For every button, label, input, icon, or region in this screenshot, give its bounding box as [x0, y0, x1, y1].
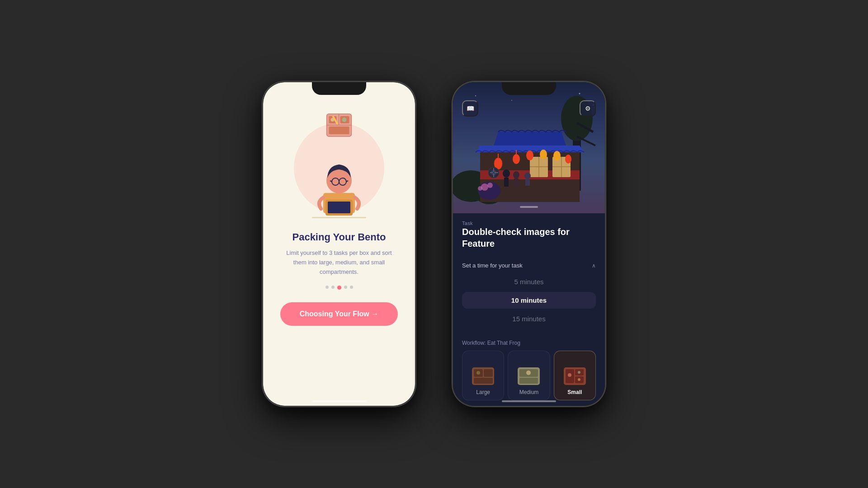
chevron-up-icon: ∧ [592, 263, 596, 269]
large-bento-svg [471, 366, 495, 386]
svg-point-44 [526, 150, 533, 160]
svg-point-78 [578, 371, 580, 374]
size-small-label: Small [567, 389, 582, 395]
pagination-dots [326, 286, 353, 290]
onboarding-description: Limit yourself to 3 tasks per box and so… [263, 249, 415, 277]
time-option-5min[interactable]: 5 minutes [462, 273, 596, 290]
svg-point-20 [579, 93, 580, 94]
dot-1[interactable] [326, 286, 329, 289]
svg-point-79 [578, 378, 580, 381]
right-home-indicator [502, 400, 556, 402]
size-options: Large [462, 351, 596, 400]
svg-rect-53 [525, 179, 530, 186]
svg-point-45 [540, 150, 547, 160]
workflow-label: Workflow: Eat That Frog [462, 340, 596, 346]
right-power-button [605, 159, 606, 195]
dot-5[interactable] [350, 286, 353, 289]
power-button [415, 159, 416, 195]
dot-3-active[interactable] [337, 286, 341, 290]
left-phone-screen: Packing Your Bento Limit yourself to 3 t… [263, 82, 415, 406]
svg-point-47 [565, 155, 571, 164]
time-section-title: Set a time for your task [462, 262, 523, 269]
scene-scroll-indicator [520, 206, 538, 208]
svg-point-63 [478, 186, 482, 191]
size-large-card[interactable]: Large [462, 351, 504, 400]
small-bento-icon [562, 366, 587, 386]
task-info: Task Double-check images for Feature [462, 221, 596, 250]
task-timer-screen: 📖 ⚙ Task Double-check images for Feature [453, 82, 605, 406]
time-section: Set a time for your task ∧ 5 minutes 10 … [462, 259, 596, 329]
svg-point-46 [553, 151, 561, 161]
task-label: Task [462, 221, 596, 226]
svg-point-72 [526, 371, 531, 375]
svg-point-50 [513, 171, 519, 178]
book-button[interactable]: 📖 [462, 100, 478, 117]
svg-point-21 [543, 89, 544, 89]
svg-rect-66 [484, 369, 493, 377]
home-indicator [312, 400, 366, 402]
time-option-15min[interactable]: 15 minutes [462, 310, 596, 327]
content-area: Task Double-check images for Feature Set… [453, 213, 605, 406]
cta-button[interactable]: Choosing Your Flow → [280, 302, 398, 326]
task-title: Double-check images for Feature [462, 226, 596, 249]
right-phone-screen: 📖 ⚙ Task Double-check images for Feature [453, 82, 605, 406]
svg-point-61 [481, 183, 488, 191]
size-medium-label: Medium [519, 389, 539, 395]
scene-header: 📖 ⚙ [453, 100, 605, 117]
medium-bento-icon [516, 366, 541, 386]
onboarding-screen: Packing Your Bento Limit yourself to 3 t… [263, 82, 415, 406]
svg-rect-18 [312, 217, 366, 218]
time-picker: 5 minutes 10 minutes 15 minutes [462, 272, 596, 329]
dot-4[interactable] [344, 286, 347, 289]
size-medium-card[interactable]: Medium [508, 351, 550, 400]
svg-point-68 [476, 371, 480, 375]
svg-rect-67 [474, 378, 493, 384]
svg-rect-71 [519, 378, 538, 384]
svg-rect-5 [329, 127, 349, 134]
svg-point-19 [475, 95, 476, 96]
medium-bento-svg [516, 366, 541, 386]
svg-rect-51 [514, 178, 519, 187]
size-large-label: Large [476, 389, 490, 395]
svg-point-52 [524, 173, 531, 179]
person-illustration [312, 150, 366, 227]
onboarding-title: Packing Your Bento [283, 231, 395, 243]
svg-point-48 [503, 169, 510, 178]
svg-rect-49 [504, 178, 509, 187]
svg-point-77 [568, 373, 571, 377]
illustration-area [285, 109, 393, 227]
size-small-card-selected[interactable]: Small [554, 351, 596, 400]
svg-point-62 [487, 183, 493, 188]
settings-button[interactable]: ⚙ [580, 100, 596, 117]
settings-icon: ⚙ [585, 105, 591, 112]
workflow-section: Workflow: Eat That Frog [462, 340, 596, 400]
book-icon: 📖 [467, 105, 474, 112]
scene-illustration: 📖 ⚙ [453, 82, 605, 213]
small-bento-svg [562, 366, 587, 386]
time-option-10min-selected[interactable]: 10 minutes [462, 292, 596, 309]
large-bento-icon [471, 366, 495, 386]
bento-box-icon [325, 112, 354, 139]
right-phone: 📖 ⚙ Task Double-check images for Feature [452, 81, 606, 407]
dot-2[interactable] [331, 286, 335, 289]
svg-point-7 [342, 117, 347, 122]
svg-point-42 [513, 154, 520, 164]
time-section-header[interactable]: Set a time for your task ∧ [462, 259, 596, 272]
svg-rect-11 [328, 202, 350, 213]
left-phone: Packing Your Bento Limit yourself to 3 t… [262, 81, 416, 407]
